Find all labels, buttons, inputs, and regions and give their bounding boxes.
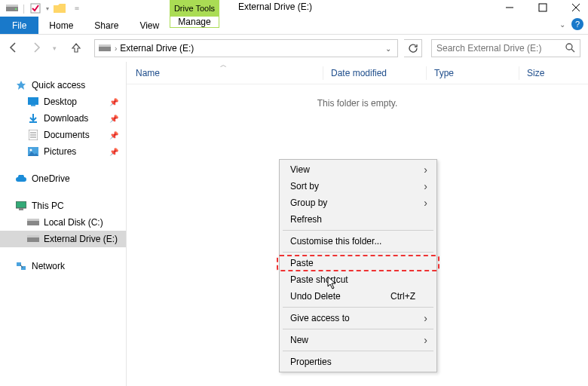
ribbon-tabs: File Home Share View Manage ⌄ ? xyxy=(0,17,588,35)
sidebar-item-label: Downloads xyxy=(44,113,88,124)
sidebar-item-label: Desktop xyxy=(44,96,77,107)
svg-rect-8 xyxy=(99,46,111,51)
close-button[interactable] xyxy=(567,0,585,15)
svg-rect-21 xyxy=(19,208,23,210)
pc-icon xyxy=(15,200,27,212)
qat-overflow-icon[interactable]: ＝ xyxy=(73,3,81,14)
help-icon[interactable]: ? xyxy=(571,18,583,30)
search-input[interactable] xyxy=(436,43,565,54)
sidebar-item-label: This PC xyxy=(32,201,64,211)
back-button[interactable] xyxy=(8,41,20,56)
context-menu-undo-delete[interactable]: Undo DeleteCtrl+Z xyxy=(281,288,435,305)
svg-point-19 xyxy=(30,149,32,152)
sidebar-item-external-drive[interactable]: External Drive (E:) xyxy=(0,231,126,247)
tab-view[interactable]: View xyxy=(129,17,170,34)
svg-point-10 xyxy=(566,44,572,50)
search-box[interactable] xyxy=(431,39,580,57)
address-bar[interactable]: › External Drive (E:) ⌄ xyxy=(94,39,398,57)
context-menu-group-by[interactable]: Group by xyxy=(281,195,435,211)
star-icon xyxy=(15,79,27,91)
tab-share[interactable]: Share xyxy=(84,17,129,34)
checkbox-icon[interactable] xyxy=(29,2,41,14)
cloud-icon xyxy=(15,173,27,185)
svg-rect-1 xyxy=(6,5,18,7)
drive-icon xyxy=(27,233,39,245)
context-menu-customise[interactable]: Customise this folder... xyxy=(281,233,435,250)
context-menu-give-access[interactable]: Give access to xyxy=(281,310,435,326)
svg-rect-12 xyxy=(28,97,38,105)
svg-rect-23 xyxy=(27,219,39,221)
svg-rect-5 xyxy=(539,4,547,11)
minimize-button[interactable] xyxy=(501,0,519,15)
context-menu-refresh[interactable]: Refresh xyxy=(281,211,435,228)
column-date[interactable]: Date modified xyxy=(331,68,426,78)
context-menu-label: Properties xyxy=(290,357,332,367)
sidebar-item-documents[interactable]: Documents 📌 xyxy=(0,127,126,143)
qat-dropdown-icon[interactable]: ▾ xyxy=(46,5,49,12)
context-menu-separator xyxy=(283,230,433,231)
pin-icon: 📌 xyxy=(109,98,118,106)
sidebar-item-desktop[interactable]: Desktop 📌 xyxy=(0,93,126,110)
sidebar-item-network[interactable]: Network xyxy=(0,258,126,274)
drive-icon xyxy=(6,2,18,14)
drive-icon xyxy=(98,42,112,54)
folder-icon[interactable] xyxy=(54,2,66,14)
documents-icon xyxy=(27,129,39,141)
context-menu-label: Undo Delete xyxy=(290,291,341,302)
drive-tools-context-tab[interactable]: Drive Tools xyxy=(170,0,219,17)
navigation-bar: ▾ › External Drive (E:) ⌄ xyxy=(0,35,588,62)
column-name[interactable]: Name xyxy=(136,68,323,78)
svg-rect-22 xyxy=(27,220,39,225)
tab-manage[interactable]: Manage xyxy=(170,17,219,28)
context-menu-view[interactable]: View xyxy=(281,161,435,178)
sidebar-item-label: Local Disk (C:) xyxy=(44,217,103,228)
svg-rect-26 xyxy=(17,262,21,266)
sidebar-item-quick-access[interactable]: Quick access xyxy=(0,77,126,93)
sidebar-item-pictures[interactable]: Pictures 📌 xyxy=(0,143,126,160)
context-menu-paste-shortcut[interactable]: Paste shortcut xyxy=(281,271,435,288)
desktop-icon xyxy=(27,96,39,108)
window-title: External Drive (E:) xyxy=(238,2,312,12)
sidebar-item-label: OneDrive xyxy=(32,173,70,184)
network-icon xyxy=(15,260,27,272)
context-menu-label: Paste xyxy=(290,258,314,268)
sidebar-item-label: Quick access xyxy=(32,80,85,90)
tab-home[interactable]: Home xyxy=(38,17,84,34)
sidebar-item-downloads[interactable]: Downloads 📌 xyxy=(0,110,126,127)
column-size[interactable]: Size xyxy=(527,68,544,78)
up-button[interactable] xyxy=(70,41,82,56)
column-type[interactable]: Type xyxy=(434,68,519,78)
svg-rect-13 xyxy=(31,105,35,106)
refresh-button[interactable] xyxy=(404,39,422,57)
context-menu-paste[interactable]: Paste xyxy=(281,255,435,271)
svg-rect-25 xyxy=(27,235,39,237)
context-menu-new[interactable]: New xyxy=(281,332,435,348)
address-dropdown-icon[interactable]: ⌄ xyxy=(382,44,394,53)
sidebar-item-local-disk[interactable]: Local Disk (C:) xyxy=(0,214,126,231)
address-text[interactable]: External Drive (E:) xyxy=(120,43,382,54)
qat-separator: | xyxy=(23,3,25,14)
pin-icon: 📌 xyxy=(109,131,118,139)
pin-icon: 📌 xyxy=(109,148,118,156)
maximize-button[interactable] xyxy=(534,0,552,15)
context-menu-separator xyxy=(283,252,433,253)
tab-file[interactable]: File xyxy=(0,17,38,34)
recent-dropdown-icon[interactable]: ▾ xyxy=(53,44,57,52)
svg-line-11 xyxy=(571,49,574,52)
ribbon-expand-icon[interactable]: ⌄ xyxy=(559,20,565,29)
forward-button[interactable] xyxy=(30,41,42,56)
sidebar-item-label: Documents xyxy=(44,130,90,140)
sidebar-item-label: Network xyxy=(32,261,65,271)
sidebar-item-label: Pictures xyxy=(44,146,76,157)
sidebar-item-onedrive[interactable]: OneDrive xyxy=(0,170,126,187)
address-separator-icon[interactable]: › xyxy=(115,44,117,53)
context-menu-sort-by[interactable]: Sort by xyxy=(281,178,435,195)
disk-icon xyxy=(27,216,39,228)
context-menu-label: New xyxy=(290,335,308,345)
sidebar-item-this-pc[interactable]: This PC xyxy=(0,198,126,214)
search-icon[interactable] xyxy=(565,42,575,55)
context-menu-properties[interactable]: Properties xyxy=(281,354,435,370)
navigation-pane: Quick access Desktop 📌 Downloads 📌 Docum… xyxy=(0,62,127,386)
context-menu-label: Paste shortcut xyxy=(290,274,348,285)
context-menu-label: Sort by xyxy=(290,181,319,191)
